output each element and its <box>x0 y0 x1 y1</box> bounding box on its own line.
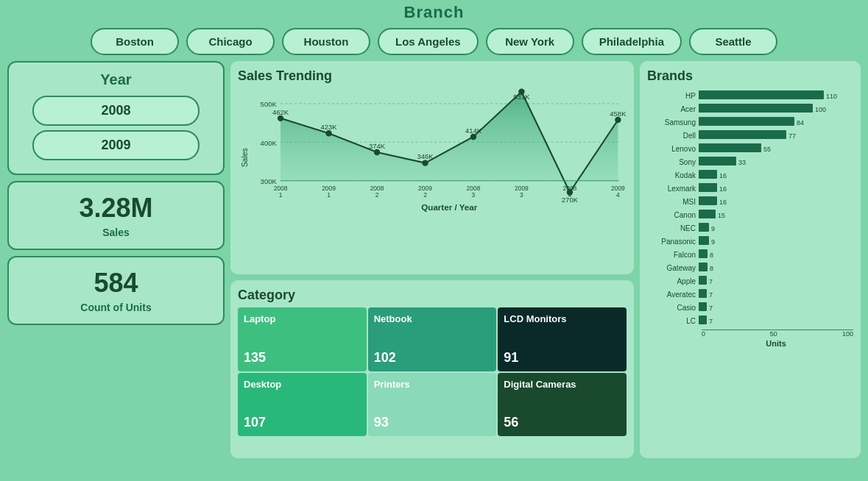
brand-value: 16 <box>719 185 727 193</box>
brand-row-lexmark: Lexmark16 <box>647 182 853 194</box>
brand-row-nec: NEC9 <box>647 222 853 234</box>
branch-btn-chicago[interactable]: Chicago <box>186 28 275 55</box>
svg-text:400K: 400K <box>261 139 278 147</box>
brand-row-dell: Dell77 <box>647 129 853 141</box>
brand-bar <box>699 263 708 271</box>
svg-text:423K: 423K <box>320 123 337 131</box>
sales-trending-title: Sales Trending <box>238 68 627 84</box>
brand-name: Acer <box>647 105 699 113</box>
category-cell-netbook: Netbook102 <box>368 307 497 371</box>
svg-text:531K: 531K <box>513 93 530 101</box>
brand-bar <box>699 316 707 324</box>
brand-bar-wrap: 100 <box>699 102 853 115</box>
branch-btn-seattle[interactable]: Seattle <box>689 28 777 55</box>
brand-row-msi: MSI16 <box>647 196 853 207</box>
brand-bar <box>699 130 786 139</box>
category-cell-label: Desktop <box>244 379 361 390</box>
svg-text:500K: 500K <box>261 100 278 108</box>
brand-name: Panasonic <box>647 238 699 246</box>
brand-value: 33 <box>738 159 746 166</box>
branch-btn-boston[interactable]: Boston <box>91 28 179 55</box>
category-cell-value: 91 <box>504 350 621 366</box>
svg-text:2: 2 <box>423 191 427 199</box>
category-cell-label: Digital Cameras <box>504 379 621 390</box>
brand-value: 16 <box>719 199 727 206</box>
brand-name: Gateway <box>647 264 699 272</box>
brand-bar-wrap: 16 <box>699 182 853 195</box>
brand-value: 8 <box>710 265 713 272</box>
brand-bar <box>699 196 717 205</box>
brand-name: Lexmark <box>647 185 699 193</box>
brand-bar-wrap: 110 <box>699 89 853 102</box>
brand-value: 110 <box>826 93 837 100</box>
brand-value: 84 <box>797 119 804 127</box>
svg-text:4: 4 <box>568 191 572 199</box>
brand-bar-wrap: 15 <box>699 208 853 221</box>
sales-stat-box: 3.28M Sales <box>7 181 225 250</box>
brand-row-sony: Sony33 <box>647 156 853 168</box>
brand-name: Canon <box>647 211 699 219</box>
branch-btn-new-york[interactable]: New York <box>486 28 574 55</box>
category-cell-value: 56 <box>504 415 621 430</box>
brand-value: 9 <box>711 238 715 246</box>
brand-name: MSI <box>647 198 699 206</box>
units-label: Count of Units <box>19 302 213 313</box>
left-panel: Year 20082009 3.28M Sales 584 Count of U… <box>7 61 225 458</box>
brand-value: 100 <box>815 106 826 113</box>
svg-text:1: 1 <box>327 191 331 199</box>
brand-value: 15 <box>718 212 725 219</box>
brand-row-canon: Canon15 <box>647 209 853 221</box>
brand-bar-wrap: 16 <box>699 195 853 208</box>
brand-bar-wrap: 7 <box>699 301 853 314</box>
brand-name: Falcon <box>647 251 699 259</box>
category-cell-lcd-monitors: LCD Monitors91 <box>498 307 627 371</box>
sales-label: Sales <box>19 227 213 238</box>
brand-bar <box>699 183 717 192</box>
category-container: Category Laptop135Netbook102LCD Monitors… <box>230 280 634 458</box>
svg-text:4: 4 <box>616 191 620 199</box>
data-point <box>615 117 621 123</box>
brand-row-hp: HP110 <box>647 90 853 101</box>
category-cell-laptop: Laptop135 <box>238 307 367 371</box>
brand-name: Averatec <box>647 291 699 299</box>
branch-btn-houston[interactable]: Houston <box>282 28 370 55</box>
brand-row-kodak: Kodak16 <box>647 169 853 181</box>
brand-name: Apple <box>647 277 699 285</box>
svg-text:3: 3 <box>520 191 523 199</box>
brand-value: 16 <box>719 172 727 179</box>
branch-btn-philadelphia[interactable]: Philadelphia <box>582 28 682 55</box>
brand-bar <box>699 223 709 232</box>
brand-bar <box>699 210 716 218</box>
year-pill-2009[interactable]: 2009 <box>32 130 200 160</box>
brand-row-samsung: Samsung84 <box>647 116 853 128</box>
brand-bar-wrap: 7 <box>699 314 853 327</box>
year-filter-title: Year <box>18 71 214 88</box>
branch-btn-los-angeles[interactable]: Los Angeles <box>378 28 479 55</box>
brand-name: Sony <box>647 158 699 166</box>
category-cell-label: LCD Monitors <box>504 313 621 324</box>
brand-bar <box>699 90 824 99</box>
data-point <box>278 115 283 121</box>
brand-row-panasonic: Panasonic9 <box>647 235 853 247</box>
brand-bar-wrap: 33 <box>699 155 853 168</box>
brand-bar <box>699 104 813 113</box>
brand-name: LC <box>647 317 699 325</box>
svg-text:462K: 462K <box>272 108 289 116</box>
svg-text:458K: 458K <box>610 110 627 118</box>
brand-row-lenovo: Lenovo55 <box>647 143 853 154</box>
brand-row-lc: LC7 <box>647 315 853 327</box>
brands-container: Brands HP110Acer100Samsung84Dell77Lenovo… <box>640 61 861 458</box>
sales-trending-container: Sales Trending 500K 400K 300K <box>230 61 634 274</box>
svg-text:1: 1 <box>279 191 283 199</box>
brand-bar-wrap: 55 <box>699 142 853 155</box>
brand-name: Casio <box>647 304 699 312</box>
brand-name: Samsung <box>647 118 699 127</box>
category-cell-label: Printers <box>374 379 491 390</box>
category-cell-value: 135 <box>244 350 361 366</box>
year-pill-2008[interactable]: 2008 <box>32 96 200 126</box>
svg-text:374K: 374K <box>369 142 386 150</box>
data-point <box>422 160 428 165</box>
brands-x-label: Units <box>699 339 853 348</box>
data-point <box>325 130 331 136</box>
category-grid: Laptop135Netbook102LCD Monitors91Desktop… <box>238 307 627 436</box>
